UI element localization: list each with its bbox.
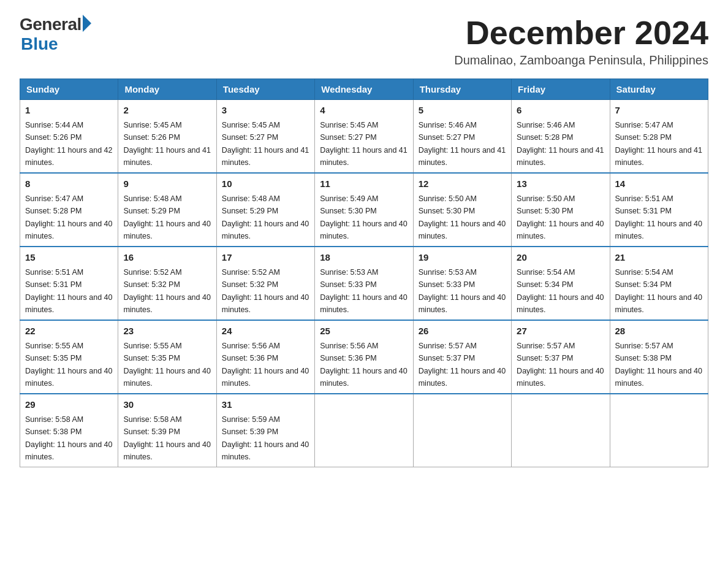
day-number: 23	[123, 324, 211, 339]
calendar-cell	[512, 394, 610, 467]
calendar-cell: 11 Sunrise: 5:49 AMSunset: 5:30 PMDaylig…	[315, 173, 413, 247]
day-number: 8	[25, 177, 113, 191]
day-info: Sunrise: 5:44 AMSunset: 5:26 PMDaylight:…	[25, 121, 112, 167]
calendar-cell: 30 Sunrise: 5:58 AMSunset: 5:39 PMDaylig…	[118, 394, 216, 467]
day-info: Sunrise: 5:45 AMSunset: 5:26 PMDaylight:…	[123, 121, 210, 167]
day-number: 28	[615, 324, 703, 339]
day-info: Sunrise: 5:57 AMSunset: 5:38 PMDaylight:…	[615, 342, 702, 388]
calendar-cell: 18 Sunrise: 5:53 AMSunset: 5:33 PMDaylig…	[315, 247, 413, 320]
day-info: Sunrise: 5:52 AMSunset: 5:32 PMDaylight:…	[123, 268, 210, 314]
calendar-header-friday: Friday	[512, 79, 610, 100]
day-info: Sunrise: 5:52 AMSunset: 5:32 PMDaylight:…	[222, 268, 309, 314]
day-info: Sunrise: 5:57 AMSunset: 5:37 PMDaylight:…	[419, 342, 506, 388]
day-number: 7	[615, 104, 703, 118]
calendar-cell: 8 Sunrise: 5:47 AMSunset: 5:28 PMDayligh…	[20, 173, 118, 247]
calendar-cell: 4 Sunrise: 5:45 AMSunset: 5:27 PMDayligh…	[315, 100, 413, 174]
calendar-cell: 28 Sunrise: 5:57 AMSunset: 5:38 PMDaylig…	[610, 320, 708, 394]
calendar-cell: 10 Sunrise: 5:48 AMSunset: 5:29 PMDaylig…	[216, 173, 314, 247]
calendar-week-row: 15 Sunrise: 5:51 AMSunset: 5:31 PMDaylig…	[20, 247, 708, 320]
calendar-week-row: 1 Sunrise: 5:44 AMSunset: 5:26 PMDayligh…	[20, 100, 708, 174]
calendar-cell: 3 Sunrise: 5:45 AMSunset: 5:27 PMDayligh…	[216, 100, 314, 174]
calendar-header-monday: Monday	[118, 79, 216, 100]
calendar-header-wednesday: Wednesday	[315, 79, 413, 100]
day-info: Sunrise: 5:49 AMSunset: 5:30 PMDaylight:…	[320, 194, 407, 240]
day-number: 14	[615, 177, 703, 191]
day-number: 13	[517, 177, 604, 191]
calendar-cell: 5 Sunrise: 5:46 AMSunset: 5:27 PMDayligh…	[413, 100, 511, 174]
calendar-cell: 15 Sunrise: 5:51 AMSunset: 5:31 PMDaylig…	[20, 247, 118, 320]
day-info: Sunrise: 5:59 AMSunset: 5:39 PMDaylight:…	[222, 415, 309, 461]
calendar-table: SundayMondayTuesdayWednesdayThursdayFrid…	[20, 79, 708, 467]
day-number: 3	[222, 104, 309, 118]
day-number: 22	[25, 324, 113, 339]
calendar-cell: 24 Sunrise: 5:56 AMSunset: 5:36 PMDaylig…	[216, 320, 314, 394]
day-number: 6	[517, 104, 604, 118]
calendar-week-row: 22 Sunrise: 5:55 AMSunset: 5:35 PMDaylig…	[20, 320, 708, 394]
calendar-cell: 23 Sunrise: 5:55 AMSunset: 5:35 PMDaylig…	[118, 320, 216, 394]
logo-general-text: General	[20, 15, 82, 34]
day-number: 25	[320, 324, 408, 339]
calendar-cell: 17 Sunrise: 5:52 AMSunset: 5:32 PMDaylig…	[216, 247, 314, 320]
calendar-cell: 6 Sunrise: 5:46 AMSunset: 5:28 PMDayligh…	[512, 100, 610, 174]
title-area: December 2024 Dumalinao, Zamboanga Penin…	[454, 15, 708, 67]
calendar-cell: 13 Sunrise: 5:50 AMSunset: 5:30 PMDaylig…	[512, 173, 610, 247]
day-info: Sunrise: 5:45 AMSunset: 5:27 PMDaylight:…	[320, 121, 407, 167]
calendar-header-row: SundayMondayTuesdayWednesdayThursdayFrid…	[20, 79, 708, 100]
day-info: Sunrise: 5:50 AMSunset: 5:30 PMDaylight:…	[517, 194, 604, 240]
day-info: Sunrise: 5:58 AMSunset: 5:39 PMDaylight:…	[123, 415, 210, 461]
day-info: Sunrise: 5:48 AMSunset: 5:29 PMDaylight:…	[123, 194, 210, 240]
day-number: 12	[419, 177, 506, 191]
day-info: Sunrise: 5:58 AMSunset: 5:38 PMDaylight:…	[25, 415, 112, 461]
day-info: Sunrise: 5:57 AMSunset: 5:37 PMDaylight:…	[517, 342, 604, 388]
day-info: Sunrise: 5:53 AMSunset: 5:33 PMDaylight:…	[320, 268, 407, 314]
day-number: 15	[25, 251, 113, 265]
day-info: Sunrise: 5:54 AMSunset: 5:34 PMDaylight:…	[615, 268, 702, 314]
logo-triangle-icon	[83, 15, 91, 32]
day-number: 2	[123, 104, 211, 118]
day-number: 19	[419, 251, 506, 265]
day-number: 27	[517, 324, 604, 339]
day-info: Sunrise: 5:45 AMSunset: 5:27 PMDaylight:…	[222, 121, 309, 167]
day-number: 24	[222, 324, 309, 339]
calendar-week-row: 8 Sunrise: 5:47 AMSunset: 5:28 PMDayligh…	[20, 173, 708, 247]
calendar-header-saturday: Saturday	[610, 79, 708, 100]
day-number: 18	[320, 251, 408, 265]
calendar-header-sunday: Sunday	[20, 79, 118, 100]
calendar-cell: 9 Sunrise: 5:48 AMSunset: 5:29 PMDayligh…	[118, 173, 216, 247]
day-info: Sunrise: 5:46 AMSunset: 5:27 PMDaylight:…	[419, 121, 506, 167]
day-info: Sunrise: 5:46 AMSunset: 5:28 PMDaylight:…	[517, 121, 604, 167]
calendar-week-row: 29 Sunrise: 5:58 AMSunset: 5:38 PMDaylig…	[20, 394, 708, 467]
calendar-cell: 27 Sunrise: 5:57 AMSunset: 5:37 PMDaylig…	[512, 320, 610, 394]
calendar-cell: 31 Sunrise: 5:59 AMSunset: 5:39 PMDaylig…	[216, 394, 314, 467]
calendar-cell: 2 Sunrise: 5:45 AMSunset: 5:26 PMDayligh…	[118, 100, 216, 174]
header: General Blue December 2024 Dumalinao, Za…	[20, 15, 708, 67]
day-number: 11	[320, 177, 408, 191]
calendar-cell: 20 Sunrise: 5:54 AMSunset: 5:34 PMDaylig…	[512, 247, 610, 320]
calendar-cell: 29 Sunrise: 5:58 AMSunset: 5:38 PMDaylig…	[20, 394, 118, 467]
calendar-cell: 1 Sunrise: 5:44 AMSunset: 5:26 PMDayligh…	[20, 100, 118, 174]
calendar-cell	[413, 394, 511, 467]
day-number: 29	[25, 398, 113, 412]
day-number: 1	[25, 104, 113, 118]
calendar-cell: 25 Sunrise: 5:56 AMSunset: 5:36 PMDaylig…	[315, 320, 413, 394]
calendar-cell: 26 Sunrise: 5:57 AMSunset: 5:37 PMDaylig…	[413, 320, 511, 394]
calendar-cell: 16 Sunrise: 5:52 AMSunset: 5:32 PMDaylig…	[118, 247, 216, 320]
day-info: Sunrise: 5:54 AMSunset: 5:34 PMDaylight:…	[517, 268, 604, 314]
calendar-header-tuesday: Tuesday	[216, 79, 314, 100]
calendar-cell: 12 Sunrise: 5:50 AMSunset: 5:30 PMDaylig…	[413, 173, 511, 247]
day-number: 31	[222, 398, 309, 412]
day-info: Sunrise: 5:50 AMSunset: 5:30 PMDaylight:…	[419, 194, 506, 240]
day-info: Sunrise: 5:55 AMSunset: 5:35 PMDaylight:…	[123, 342, 210, 388]
calendar-cell: 19 Sunrise: 5:53 AMSunset: 5:33 PMDaylig…	[413, 247, 511, 320]
day-number: 10	[222, 177, 309, 191]
logo: General Blue	[20, 15, 91, 54]
day-number: 9	[123, 177, 211, 191]
day-info: Sunrise: 5:47 AMSunset: 5:28 PMDaylight:…	[25, 194, 112, 240]
calendar-cell: 22 Sunrise: 5:55 AMSunset: 5:35 PMDaylig…	[20, 320, 118, 394]
calendar-cell	[315, 394, 413, 467]
day-number: 17	[222, 251, 309, 265]
day-info: Sunrise: 5:55 AMSunset: 5:35 PMDaylight:…	[25, 342, 112, 388]
month-title: December 2024	[454, 15, 708, 51]
day-number: 30	[123, 398, 211, 412]
day-number: 26	[419, 324, 506, 339]
